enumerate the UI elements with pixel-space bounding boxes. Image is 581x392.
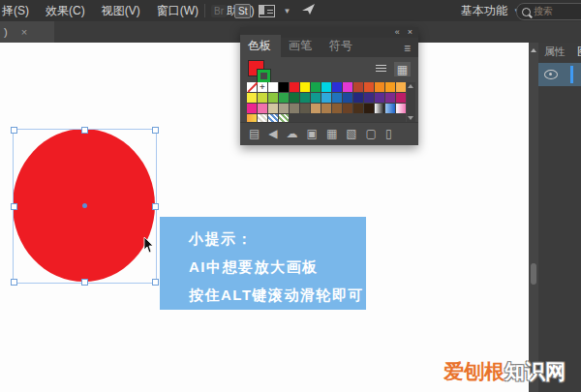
swatch[interactable]: [258, 114, 267, 122]
swatch[interactable]: [332, 82, 342, 92]
document-tab[interactable]: ) ×: [0, 21, 54, 43]
swatch[interactable]: [353, 104, 363, 113]
swatch[interactable]: [321, 104, 331, 113]
selection-handle[interactable]: [11, 203, 17, 210]
stock-button[interactable]: St: [234, 4, 251, 18]
right-panel-tab-1[interactable]: 图层: [577, 45, 581, 60]
swatch[interactable]: [375, 93, 384, 103]
stroke-swatch[interactable]: [258, 70, 270, 82]
swatch[interactable]: [396, 93, 406, 103]
swatch[interactable]: [332, 93, 342, 103]
swatch[interactable]: [385, 93, 395, 103]
swatch[interactable]: [300, 82, 310, 92]
swatch[interactable]: [247, 114, 257, 122]
swatch[interactable]: [343, 82, 352, 92]
search-box[interactable]: 搜索: [516, 3, 581, 20]
swatch[interactable]: [279, 104, 289, 113]
selection-handle[interactable]: [11, 127, 17, 134]
new-swatch-icon[interactable]: ▢: [366, 128, 377, 139]
swatch[interactable]: [247, 82, 257, 92]
delete-swatch-icon[interactable]: ▯: [385, 128, 392, 139]
swatch[interactable]: [311, 104, 321, 113]
swatch[interactable]: +: [258, 82, 267, 92]
color-table-icon[interactable]: ▦: [326, 128, 337, 139]
swatch[interactable]: [290, 104, 299, 113]
scroll-up-icon[interactable]: [408, 84, 413, 88]
swatch-scrollbar[interactable]: [407, 82, 415, 122]
close-icon[interactable]: ×: [408, 28, 413, 37]
swatch[interactable]: [247, 93, 257, 103]
swatch[interactable]: [396, 82, 406, 92]
selection-handle[interactable]: [152, 279, 159, 286]
swatch-libraries-icon[interactable]: ▤: [249, 128, 260, 139]
color-themes-icon[interactable]: ☁: [287, 128, 298, 139]
swatch[interactable]: [364, 104, 374, 113]
selection-handle[interactable]: [81, 279, 88, 286]
swatch[interactable]: [364, 93, 374, 103]
arrange-documents-icon[interactable]: [259, 5, 275, 17]
workspace-switcher[interactable]: 基本功能 ▼: [461, 0, 521, 21]
menu-item-1[interactable]: 效果(C): [46, 3, 85, 19]
swatch[interactable]: [279, 114, 289, 122]
visibility-eye-icon[interactable]: [544, 70, 558, 79]
swatch[interactable]: [300, 93, 310, 103]
swatch[interactable]: [311, 82, 321, 92]
swatch[interactable]: [385, 104, 395, 113]
swatch[interactable]: [258, 93, 267, 103]
close-icon[interactable]: ×: [21, 26, 27, 38]
panel-tab-bar: 色板画笔符号≡: [240, 38, 418, 57]
swatch[interactable]: [343, 104, 352, 113]
vertical-scrollbar[interactable]: [529, 43, 538, 392]
swatch[interactable]: [321, 82, 331, 92]
tip-box: 小提示：AI中想要放大画板按住ALT键滚动滑轮即可: [160, 217, 366, 310]
swatch[interactable]: [290, 93, 299, 103]
swatch[interactable]: [385, 82, 395, 92]
swatch[interactable]: [311, 93, 321, 103]
swatch[interactable]: [321, 93, 331, 103]
menu-item-0[interactable]: 择(S): [2, 3, 29, 19]
bridge-button[interactable]: Br: [211, 5, 227, 17]
swatch[interactable]: [364, 82, 374, 92]
swatch[interactable]: [375, 82, 384, 92]
swatch[interactable]: [247, 104, 257, 113]
selection-handle[interactable]: [152, 127, 159, 134]
swatch[interactable]: [353, 82, 363, 92]
selection-handle[interactable]: [81, 127, 88, 134]
swatch[interactable]: [396, 104, 406, 113]
collapse-icon[interactable]: «: [395, 28, 400, 37]
swatch[interactable]: [268, 93, 278, 103]
chevron-down-icon[interactable]: ▼: [283, 7, 290, 15]
swatch-options-icon[interactable]: ▣: [307, 128, 318, 139]
swatch[interactable]: [290, 82, 299, 92]
swatch[interactable]: [258, 104, 267, 113]
swatch[interactable]: [300, 104, 310, 113]
panel-tab-1[interactable]: 画笔: [281, 35, 321, 57]
swatch[interactable]: [279, 82, 289, 92]
scrollbar-thumb[interactable]: [531, 263, 536, 285]
swatch[interactable]: [353, 93, 363, 103]
menu-item-3[interactable]: 窗口(W): [157, 3, 199, 19]
panel-menu-icon[interactable]: ≡: [404, 42, 411, 55]
selection-handle[interactable]: [11, 279, 17, 286]
swatch[interactable]: [375, 104, 384, 113]
selection-handle[interactable]: [152, 203, 159, 210]
grid-view-button[interactable]: ▦: [394, 62, 411, 76]
menu-item-2[interactable]: 视图(V): [102, 3, 140, 19]
swatch[interactable]: [279, 93, 289, 103]
panel-controls: ▦: [240, 57, 418, 82]
list-view-button[interactable]: [373, 62, 389, 76]
swatch[interactable]: [268, 104, 278, 113]
right-panel-tab-0[interactable]: 属性: [544, 45, 566, 60]
panel-tab-2[interactable]: 符号: [321, 35, 362, 57]
swatch[interactable]: [332, 104, 342, 113]
scroll-up-icon[interactable]: [531, 48, 536, 52]
swatch-kinds-icon[interactable]: ◀: [268, 128, 277, 139]
share-icon[interactable]: [302, 4, 316, 18]
layer-row[interactable]: [538, 63, 581, 86]
new-color-group-icon[interactable]: ▧: [346, 128, 356, 139]
scroll-down-icon[interactable]: [408, 116, 413, 120]
swatch[interactable]: [268, 82, 278, 92]
swatch[interactable]: [343, 93, 352, 103]
swatch[interactable]: [268, 114, 278, 122]
panel-tab-0[interactable]: 色板: [240, 35, 281, 57]
